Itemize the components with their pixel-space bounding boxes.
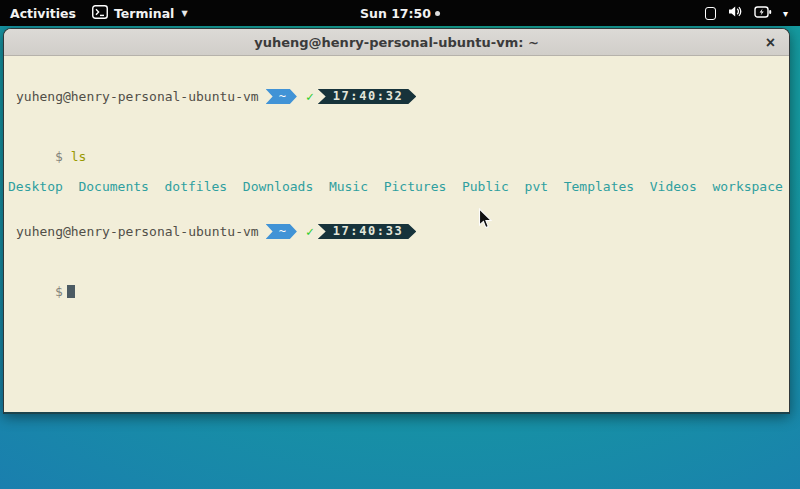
volume-icon [727, 4, 743, 22]
command-line: $ls [8, 134, 789, 149]
prompt-line: yuheng@henry-personal-ubuntu-vm ~ ✓ 17:4… [8, 89, 789, 104]
prompt-time-segment: 17:40:33 [318, 224, 417, 239]
battery-charging-icon [754, 5, 772, 22]
mouse-cursor-icon [478, 208, 494, 234]
terminal-window: yuheng@henry-personal-ubuntu-vm: ~ × yuh… [3, 28, 790, 414]
ls-output-line: Desktop Documents dotfiles Downloads Mus… [8, 179, 789, 194]
chevron-down-icon: ▼ [181, 9, 187, 18]
prompt-path-segment: ~ [266, 224, 297, 239]
status-check-icon: ✓ [306, 224, 314, 239]
window-title: yuheng@henry-personal-ubuntu-vm: ~ [254, 35, 539, 50]
prompt-user: yuheng@henry-personal-ubuntu-vm [8, 224, 259, 239]
prompt-dollar: $ [55, 149, 63, 164]
terminal-content[interactable]: yuheng@henry-personal-ubuntu-vm ~ ✓ 17:4… [4, 56, 789, 413]
notification-dot-icon [435, 11, 440, 16]
typed-command: ls [71, 149, 87, 164]
prompt-time-segment: 17:40:32 [318, 89, 417, 104]
app-menu-label: Terminal [114, 6, 174, 21]
input-line: $ [8, 269, 789, 284]
prompt-dollar: $ [55, 284, 63, 299]
display-icon [705, 7, 716, 20]
prompt-user: yuheng@henry-personal-ubuntu-vm [8, 89, 259, 104]
prompt-path-segment: ~ [266, 89, 297, 104]
top-bar: Activities Terminal ▼ Sun 17:50 [0, 0, 800, 26]
activities-button[interactable]: Activities [10, 6, 76, 21]
prompt-line: yuheng@henry-personal-ubuntu-vm ~ ✓ 17:4… [8, 224, 789, 239]
app-menu[interactable]: Terminal ▼ [92, 5, 188, 22]
system-menu[interactable]: ▾ [705, 0, 800, 26]
clock-button[interactable]: Sun 17:50 [360, 6, 440, 21]
terminal-app-icon [92, 5, 108, 22]
text-cursor [67, 285, 75, 298]
status-check-icon: ✓ [306, 89, 314, 104]
close-icon[interactable]: × [759, 31, 782, 54]
clock-label: Sun 17:50 [360, 6, 431, 21]
system-chevron-down-icon: ▾ [783, 8, 788, 19]
titlebar[interactable]: yuheng@henry-personal-ubuntu-vm: ~ × [4, 29, 789, 56]
